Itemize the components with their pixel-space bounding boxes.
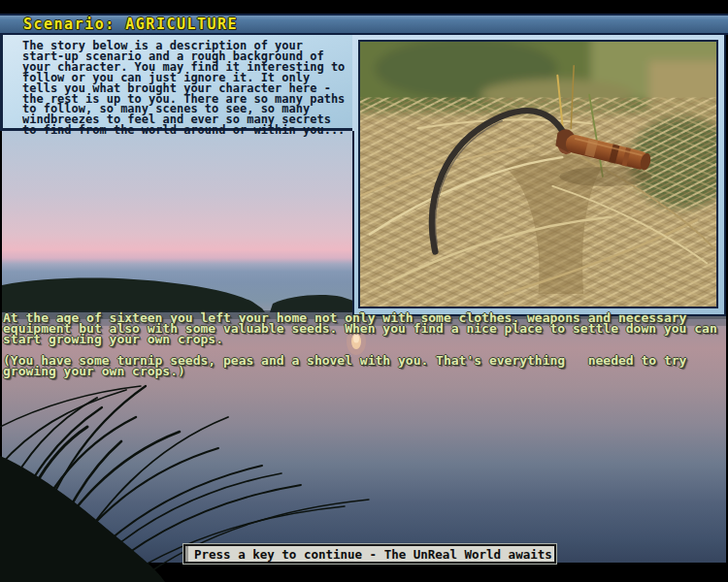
scenario-photo-frame	[352, 35, 726, 316]
sickle-photo	[358, 40, 718, 308]
story-box: The story below is a description of your…	[0, 35, 355, 131]
story-line: to find from the world around or within …	[22, 125, 355, 136]
continue-prompt-text: Press a key to continue - The UnReal Wor…	[194, 547, 552, 562]
scenario-inventory-note: (You have some turnip seeds, peas and a …	[3, 355, 686, 376]
scenario-description: At the age of sixteen you left your home…	[3, 312, 717, 344]
handle-shadow	[559, 167, 651, 186]
game-screen: Scenario: AGRICULTURE The story below is…	[0, 0, 728, 582]
scenario-title: Scenario: AGRICULTURE	[23, 16, 238, 33]
scenario-titlebar: Scenario: AGRICULTURE	[0, 14, 728, 35]
continue-prompt-bar[interactable]: Press a key to continue - The UnReal Wor…	[183, 544, 556, 564]
